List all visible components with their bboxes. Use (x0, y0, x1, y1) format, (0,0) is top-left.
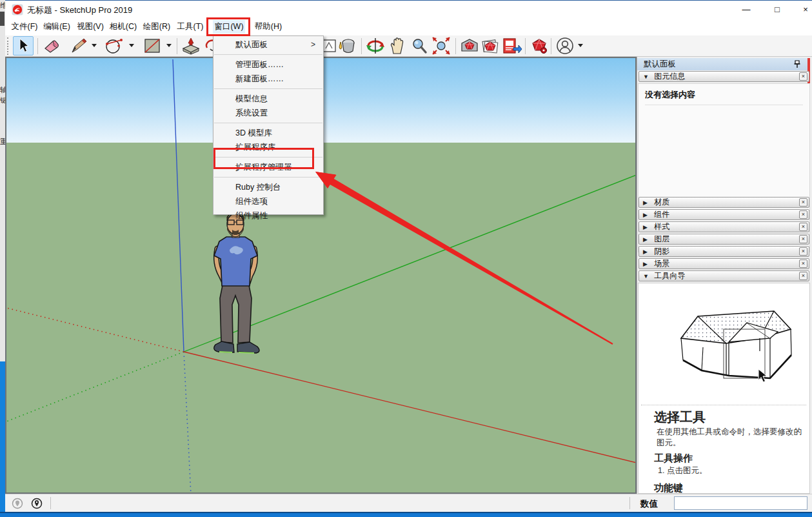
section-close-button[interactable]: × (799, 235, 807, 243)
push-pull-tool-button[interactable] (181, 36, 201, 56)
account-dropdown[interactable] (578, 44, 583, 47)
pan-tool-button[interactable] (387, 36, 408, 56)
section-close-button[interactable]: × (799, 272, 807, 280)
rectangle-tool-button[interactable] (142, 36, 163, 56)
account-button[interactable] (555, 36, 575, 56)
menu-separator (214, 88, 322, 89)
menu-draw[interactable]: 绘图(R) (141, 20, 173, 34)
section-scenes[interactable]: ▶ 场景 × (639, 258, 809, 269)
menu-bar: 文件(F) 编辑(E) 视图(V) 相机(C) 绘图(R) 工具(T) 窗口(W… (5, 18, 812, 35)
menu-item-preferences[interactable]: 系统设置 (213, 106, 323, 120)
paint-bucket-tool-button[interactable] (337, 36, 357, 56)
section-label: 材质 (654, 198, 669, 207)
menu-camera[interactable]: 相机(C) (107, 20, 139, 34)
toolbar-separator (525, 38, 526, 54)
toolbar-separator (177, 38, 177, 54)
section-materials[interactable]: ▶ 材质 × (639, 197, 809, 208)
title-bar[interactable]: 无标题 - SketchUp Pro 2019 — □ × (5, 1, 812, 18)
line-tool-button[interactable] (68, 36, 89, 56)
section-styles[interactable]: ▶ 样式 × (639, 221, 809, 232)
geolocation-icon[interactable] (12, 498, 23, 509)
3d-warehouse-button[interactable] (459, 36, 480, 56)
taskbar-edge (0, 361, 5, 517)
pin-icon[interactable] (793, 60, 801, 68)
section-close-button[interactable]: × (799, 72, 807, 81)
arc-tool-button[interactable] (103, 36, 124, 56)
push-pull-icon (181, 37, 201, 55)
person-figure[interactable] (214, 212, 259, 353)
arc-tool-dropdown[interactable] (129, 44, 134, 47)
maximize-button[interactable]: □ (766, 1, 788, 18)
section-close-button[interactable]: × (799, 259, 807, 268)
screen: 维 轴 键 重 无标题 - SketchUp Pro 2019 — □ × 文件… (0, 0, 812, 517)
menu-item-component-attributes[interactable]: 组件属性 (213, 208, 323, 223)
section-label: 组件 (654, 210, 669, 219)
menu-file[interactable]: 文件(F) (9, 20, 40, 34)
toolbar-separator (361, 38, 362, 54)
section-components[interactable]: ▶ 组件 × (639, 209, 809, 220)
orbit-icon (366, 37, 385, 55)
measurements-label: 数值 (640, 498, 658, 510)
menu-view[interactable]: 视图(V) (74, 20, 106, 34)
menu-item-manage-trays[interactable]: 管理面板…… (213, 57, 323, 72)
eraser-tool-button[interactable] (41, 36, 62, 56)
menu-item-default-tray[interactable]: 默认面板 > (213, 37, 323, 52)
zoom-magnifier-icon (411, 37, 428, 54)
menu-tools[interactable]: 工具(T) (175, 20, 206, 34)
section-close-button[interactable]: × (799, 223, 807, 231)
section-close-button[interactable]: × (799, 198, 807, 207)
blue-axis (173, 59, 184, 352)
minimize-button[interactable]: — (735, 1, 757, 18)
toolbar-grip[interactable] (7, 37, 9, 55)
menu-item-label: 组件选项 (235, 197, 268, 206)
menu-item-new-tray[interactable]: 新建面板…… (213, 72, 323, 86)
extension-warehouse-button[interactable] (529, 36, 550, 56)
menu-edit[interactable]: 编辑(E) (41, 20, 73, 34)
orbit-tool-button[interactable] (365, 36, 386, 56)
credits-icon[interactable] (31, 498, 43, 509)
red-axis (184, 352, 637, 463)
collapse-arrow-icon: ▼ (643, 72, 652, 82)
arc-protractor-icon (103, 37, 124, 54)
tray-title[interactable]: 默认面板 (637, 58, 810, 70)
menu-item-3d-warehouse[interactable]: 3D 模型库 (213, 126, 323, 140)
line-tool-dropdown[interactable] (92, 44, 97, 47)
background-glyph: 轴 (0, 86, 5, 94)
menu-help[interactable]: 帮助(H) (252, 20, 284, 34)
zoom-tool-button[interactable] (409, 36, 430, 56)
default-tray-panel: 默认面板 ▼ 图元信息 × 没有选择内容 ▶ 材质 × ▶ 组件 × ▶ (637, 57, 812, 494)
account-icon (556, 37, 574, 55)
divider (641, 405, 806, 405)
instructor-description: 在使用其他工具或命令时，选择要修改的图元。 (657, 427, 802, 449)
section-layers[interactable]: ▶ 图层 × (639, 234, 809, 245)
section-close-button[interactable]: × (799, 247, 807, 256)
menu-item-model-info[interactable]: 模型信息 (213, 92, 323, 106)
section-close-button[interactable]: × (799, 210, 807, 219)
blue-axis-dotted (184, 352, 191, 494)
pan-hand-icon (388, 37, 406, 55)
share-model-button[interactable] (502, 36, 522, 56)
section-shadows[interactable]: ▶ 阴影 × (639, 246, 809, 257)
menu-separator (214, 177, 322, 177)
background-glyph: 维 (0, 2, 5, 9)
menu-item-label: 模型信息 (235, 94, 268, 103)
instructor-keys-heading: 功能键 (654, 482, 683, 494)
expand-arrow-icon: ▶ (643, 210, 652, 220)
section-instructor[interactable]: ▼ 工具向导 × (639, 270, 809, 281)
component-exchange-button[interactable] (480, 36, 500, 56)
select-tool-button[interactable] (13, 36, 34, 56)
close-button[interactable]: × (795, 1, 812, 18)
menu-item-ruby-console[interactable]: Ruby 控制台 (213, 180, 323, 194)
toolbar-separator (551, 38, 551, 54)
window-title: 无标题 - SketchUp Pro 2019 (27, 5, 132, 16)
measurements-input[interactable] (674, 496, 807, 510)
expand-arrow-icon: ▶ (643, 198, 652, 208)
section-entity-info[interactable]: ▼ 图元信息 × (639, 71, 809, 82)
eraser-icon (43, 38, 61, 54)
toolbar-separator (455, 38, 456, 54)
zoom-extents-tool-button[interactable] (431, 36, 451, 56)
menu-item-label: 系统设置 (235, 108, 268, 117)
collapse-arrow-icon: ▼ (643, 272, 652, 281)
menu-item-component-options[interactable]: 组件选项 (213, 194, 323, 208)
rectangle-tool-dropdown[interactable] (166, 44, 172, 47)
